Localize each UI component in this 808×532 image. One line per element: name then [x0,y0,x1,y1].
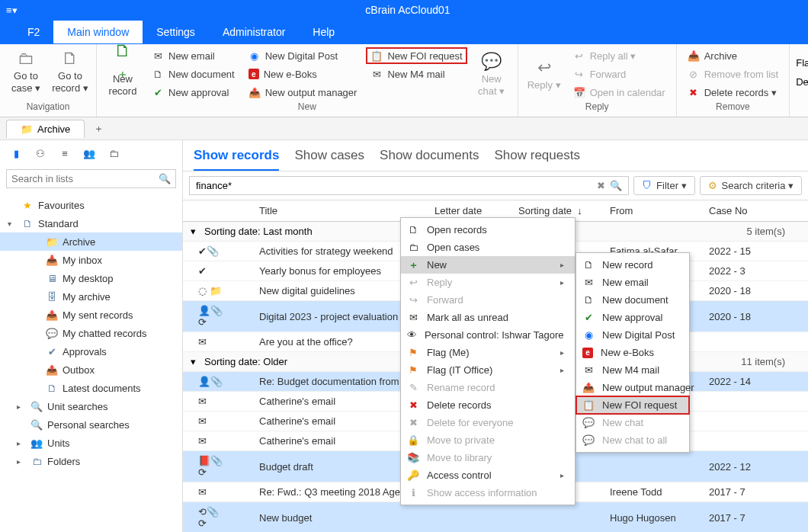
view-people-icon[interactable]: 👥 [82,146,96,160]
ctx-new[interactable]: ＋New▸ [401,256,575,274]
sub-new-eboks[interactable]: eNew e-Boks [576,344,689,361]
sidebar-item-units[interactable]: ▸👥Units [0,434,182,452]
sidebar-item-my-archive[interactable]: 🗄My archive [0,287,182,306]
reply-all-button[interactable]: ↩Reply all ▾ [569,47,670,64]
sub-new-email[interactable]: ✉New email [576,274,689,291]
new-foi-request-button[interactable]: 📋New FOI request [366,47,467,64]
ctx-reply[interactable]: ↩Reply▸ [401,274,575,291]
clear-search-icon[interactable]: ✖ [592,180,610,191]
sidebar-item-latest-documents[interactable]: 🗋Latest documents [0,379,182,397]
remove-from-list-button[interactable]: ⊘Remove from list [683,66,784,82]
new-chat-button[interactable]: 💬 New chat ▾ [472,47,511,101]
expand-icon: ▸ [17,402,26,411]
sub-new-chat-all[interactable]: 💬New chat to all [576,431,689,449]
tab-show-records[interactable]: Show records [194,148,279,171]
sidebar-item-folders[interactable]: ▸🗀Folders [0,452,182,470]
sub-new-document[interactable]: 🗋New document [576,291,689,309]
view-lines-icon[interactable]: ≡ [58,146,72,160]
ctx-move-private[interactable]: 🔒Move to private [401,431,575,449]
sidebar-item-favourites[interactable]: ★Favourites [0,196,182,214]
context-submenu-new: 🗋New record ✉New email 🗋New document ✔Ne… [576,252,690,453]
ctx-forward[interactable]: ↪Forward [401,291,575,309]
search-icon[interactable]: 🔍 [159,173,171,184]
tab-help[interactable]: Help [299,21,348,43]
ctx-mark-unread[interactable]: ✉Mark all as unread [401,309,575,326]
reply-button[interactable]: ↩ Reply ▾ [524,47,564,101]
col-from[interactable]: From [610,205,709,216]
col-sorting-date[interactable]: Sorting date ↓ [518,205,610,216]
row-status-icons: ◌ 📁 [183,285,229,296]
new-record-button[interactable]: 🗋₊ New record [103,47,143,101]
tab-show-documents[interactable]: Show documents [380,148,479,171]
archive-button[interactable]: 📥Archive [683,47,784,64]
sidebar-item-my-chatted-records[interactable]: 💬My chatted records [0,324,182,342]
tab-f2[interactable]: F2 [14,21,53,43]
sub-new-chat[interactable]: 💬New chat [576,414,689,431]
ctx-flag-it[interactable]: ⚑Flag (IT Office)▸ [401,361,575,379]
col-letter-date[interactable]: Letter date [434,205,518,216]
goto-case-button[interactable]: 🗀 Go to case ▾ [6,47,46,95]
row-case-no: 2020 - 18 [709,311,785,322]
sidebar-search-input[interactable] [11,173,159,184]
goto-record-button[interactable]: 🗋 Go to record ▾ [50,47,90,95]
add-tab-button[interactable]: ＋ [85,119,113,139]
sidebar-item-label: My inbox [63,255,102,266]
col-case-no[interactable]: Case No [709,205,785,216]
sidebar-search[interactable]: 🔍 [6,169,176,188]
sub-new-output-manager[interactable]: 📤New output manager [576,379,689,396]
doc-tab-archive[interactable]: 📁Archive [6,120,85,138]
sub-new-approval[interactable]: ✔New approval [576,309,689,326]
sidebar-item-unit-searches[interactable]: ▸🔍Unit searches [0,397,182,415]
table-row[interactable]: ⟲📎 ⟳New budgetHugo Hugosen2017 - 7 [183,502,808,532]
ctx-rename[interactable]: ✎Rename record [401,379,575,396]
tab-settings[interactable]: Settings [143,21,209,43]
sidebar-item-archive[interactable]: 📁Archive [0,232,182,251]
tab-show-cases[interactable]: Show cases [294,148,364,171]
sidebar-item-my-sent-records[interactable]: 📤My sent records [0,306,182,324]
search-criteria-button[interactable]: ⚙Search criteria ▾ [700,176,802,195]
remove-group-label: Remove [683,101,784,114]
view-list-icon[interactable]: ▮ [9,146,23,160]
new-document-button[interactable]: 🗋New document [147,66,239,82]
search-icon[interactable]: 🔍 [610,180,622,191]
sidebar-item-my-inbox[interactable]: 📥My inbox [0,251,182,269]
ctx-delete-records[interactable]: ✖Delete records [401,396,575,414]
new-email-button[interactable]: ✉New email [147,47,239,64]
forward-button[interactable]: ↪Forward [569,66,670,82]
ctx-flag-me[interactable]: ⚑Flag (Me)▸ [401,344,575,361]
ctx-open-records[interactable]: 🗋Open records [401,221,575,239]
main-search[interactable]: ✖ 🔍 [189,176,629,195]
ctx-personal-control[interactable]: 👁Personal control: Ishwar Tagore▸ [401,326,575,344]
new-approval-button[interactable]: ✔New approval [147,84,239,101]
new-eboks-button[interactable]: eNew e-Boks [244,66,362,82]
main-search-input[interactable] [196,180,592,191]
ctx-access-control[interactable]: 🔑Access control▸ [401,466,575,484]
sub-new-digital-post[interactable]: ◉New Digital Post [576,326,689,344]
tab-show-requests[interactable]: Show requests [495,148,580,171]
new-m4-mail-button[interactable]: ✉New M4 mail [366,66,467,82]
new-digital-post-button[interactable]: ◉New Digital Post [244,47,362,64]
sidebar-item-outbox[interactable]: 📤Outbox [0,361,182,379]
new-output-manager-button[interactable]: 📤New output manager [244,84,362,101]
delete-all-icon: ✖ [407,417,419,429]
sidebar-item-personal-searches[interactable]: 🔍Personal searches [0,415,182,434]
view-org-icon[interactable]: ⚇ [34,146,47,160]
view-folder-icon[interactable]: 🗀 [107,146,120,160]
ctx-open-cases[interactable]: 🗀Open cases [401,239,575,256]
sidebar-item-standard[interactable]: ▾🗋Standard [0,214,182,232]
sub-new-record[interactable]: 🗋New record [576,256,689,274]
open-calendar-button[interactable]: 📅Open in calendar [569,84,670,101]
sidebar-item-my-desktop[interactable]: 🖥My desktop [0,269,182,287]
ctx-delete-everyone[interactable]: ✖Delete for everyone [401,414,575,431]
delete-records-button[interactable]: ✖Delete records ▾ [683,84,784,101]
folder-icon: 📁 [21,123,33,135]
open-records-icon: 🗋 [407,224,419,236]
ctx-show-access[interactable]: ℹShow access information [401,484,575,502]
filter-button[interactable]: ⛉Filter ▾ [633,176,695,195]
ctx-move-library[interactable]: 📚Move to library [401,449,575,466]
sub-new-foi-request[interactable]: 📋New FOI request [576,396,689,414]
col-title[interactable]: Title [259,205,434,216]
tab-administrator[interactable]: Administrator [209,21,299,43]
sub-new-m4[interactable]: ✉New M4 mail [576,361,689,379]
sidebar-item-approvals[interactable]: ✔Approvals [0,342,182,361]
